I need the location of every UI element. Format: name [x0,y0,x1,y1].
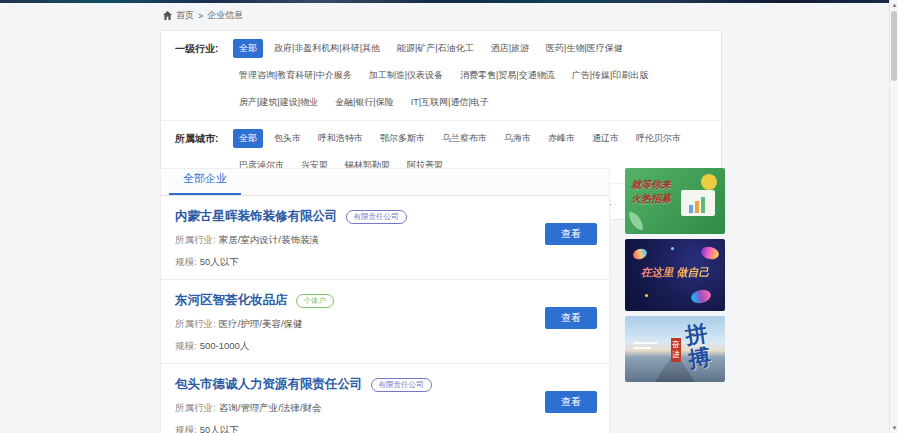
breadcrumb: 首页 > 企业信息 [163,9,243,22]
filter-option[interactable]: IT|互联网|通信|电子 [405,93,495,112]
filter-option[interactable]: 全部 [233,39,263,58]
scale-value: 500-1000人 [200,340,250,351]
company-type-badge: 个体户 [296,294,335,308]
filter-option[interactable]: 能源|矿产|石油化工 [391,39,480,58]
company-scale: 规模:50人以下 [175,424,595,433]
scale-label: 规模: [175,256,197,267]
planet-icon [690,288,712,305]
filter-option[interactable]: 乌兰察布市 [436,129,493,148]
banner-recruit[interactable]: 就等你来 火热招募 [625,168,725,234]
filter-option[interactable]: 通辽市 [586,129,625,148]
view-button[interactable]: 查看 [545,391,597,413]
filter-option[interactable]: 金融|银行|保险 [329,93,400,112]
banner-decor-bar [689,205,693,213]
filter-option[interactable]: 包头市 [268,129,307,148]
filter-option[interactable]: 呼伦贝尔市 [630,129,687,148]
star-icon [645,294,648,297]
scale-value: 50人以下 [200,256,239,267]
banner-recruit-text: 就等你来 火热招募 [631,178,671,206]
company-type-badge: 有限责任公司 [346,210,407,224]
banner-decor-circle [701,174,717,190]
company-card: 东河区智荟化妆品店个体户所属行业:医疗/护理/美容/保健规模:500-1000人… [161,280,609,364]
banner-strive[interactable]: 拼搏 奋进 [625,316,725,382]
industry-value: 咨询/管理产业/法律/财会 [219,402,322,413]
company-card: 包头市德诚人力资源有限责任公司有限责任公司所属行业:咨询/管理产业/法律/财会规… [161,364,609,433]
banner-be-yourself[interactable]: 在这里 做自己 [625,239,725,311]
industry-value: 家居/室内设计/装饰装潢 [219,234,319,245]
filter-option[interactable]: 消费零售|贸易|交通物流 [454,66,561,85]
company-name[interactable]: 东河区智荟化妆品店 [175,292,288,309]
company-card-head: 东河区智荟化妆品店个体户 [175,292,595,309]
filter-row-0: 一级行业:全部政府|非盈利机构|科研|其他能源|矿产|石油化工酒店|旅游医药|生… [161,31,721,121]
planet-icon [632,247,649,261]
filter-option[interactable]: 呼和浩特市 [312,129,369,148]
main-column: 全部企业 内蒙古星晖装饰装修有限公司有限责任公司所属行业:家居/室内设计/装饰装… [160,168,610,433]
filter-option[interactable]: 政府|非盈利机构|科研|其他 [268,39,386,58]
breadcrumb-current: 企业信息 [207,9,243,22]
banner-decor-bar [695,201,699,213]
filter-label: 一级行业: [175,39,233,120]
filter-option[interactable]: 医药|生物|医疗保健 [540,39,629,58]
filter-option[interactable]: 加工制造|仪表设备 [363,66,449,85]
banner-decor-caption [633,347,651,349]
company-scale: 规模:500-1000人 [175,340,595,353]
filter-options: 全部政府|非盈利机构|科研|其他能源|矿产|石油化工酒店|旅游医药|生物|医疗保… [233,39,713,120]
scrollbar-up-arrow[interactable]: ▲ [890,0,898,10]
company-card-head: 内蒙古星晖装饰装修有限公司有限责任公司 [175,208,595,225]
view-button[interactable]: 查看 [545,307,597,329]
filter-option[interactable]: 房产|建筑|建设|物业 [233,93,324,112]
banner-strive-seal: 奋进 [671,338,681,362]
top-banner-strip [0,0,889,3]
scale-label: 规模: [175,424,197,433]
scale-label: 规模: [175,340,197,351]
breadcrumb-home[interactable]: 首页 [176,9,194,22]
company-name[interactable]: 包头市德诚人力资源有限责任公司 [175,376,363,393]
company-industry: 所属行业:医疗/护理/美容/保健 [175,318,595,331]
star-icon [671,247,674,250]
scrollbar-down-arrow[interactable]: ▼ [890,423,898,433]
company-card: 内蒙古星晖装饰装修有限公司有限责任公司所属行业:家居/室内设计/装饰装潢规模:5… [161,196,609,280]
tab-bar: 全部企业 [160,168,610,196]
banner-decor-caption [633,342,657,344]
industry-label: 所属行业: [175,318,216,329]
company-type-badge: 有限责任公司 [371,378,432,392]
view-button[interactable]: 查看 [545,223,597,245]
company-card-head: 包头市德诚人力资源有限责任公司有限责任公司 [175,376,595,393]
company-name[interactable]: 内蒙古星晖装饰装修有限公司 [175,208,338,225]
filter-option[interactable]: 管理咨询|教育科研|中介服务 [233,66,358,85]
banner-decor-leaf [629,212,643,230]
company-industry: 所属行业:家居/室内设计/装饰装潢 [175,234,595,247]
company-list: 内蒙古星晖装饰装修有限公司有限责任公司所属行业:家居/室内设计/装饰装潢规模:5… [160,196,610,433]
scale-value: 50人以下 [200,424,239,433]
filter-option[interactable]: 乌海市 [498,129,537,148]
banner-decor-bar [701,197,705,213]
company-industry: 所属行业:咨询/管理产业/法律/财会 [175,402,595,415]
scrollbar-thumb[interactable] [891,11,897,81]
filter-option[interactable]: 鄂尔多斯市 [374,129,431,148]
banner-be-yourself-text: 在这里 做自己 [625,265,725,280]
industry-value: 医疗/护理/美容/保健 [219,318,303,329]
filter-option[interactable]: 赤峰市 [542,129,581,148]
company-scale: 规模:50人以下 [175,256,595,269]
filter-option[interactable]: 酒店|旅游 [485,39,535,58]
scrollbar[interactable]: ▲ ▼ [889,0,898,433]
tab-all-companies[interactable]: 全部企业 [169,165,241,195]
industry-label: 所属行业: [175,402,216,413]
breadcrumb-separator: > [198,11,203,21]
planet-icon [700,245,720,261]
filter-option[interactable]: 全部 [233,129,263,148]
home-icon[interactable] [163,11,172,20]
industry-label: 所属行业: [175,234,216,245]
banner-column: 就等你来 火热招募 在这里 做自己 拼搏 奋进 [625,168,725,382]
banner-strive-text: 拼搏 [684,320,720,372]
filter-option[interactable]: 广告|传媒|印刷出版 [566,66,655,85]
